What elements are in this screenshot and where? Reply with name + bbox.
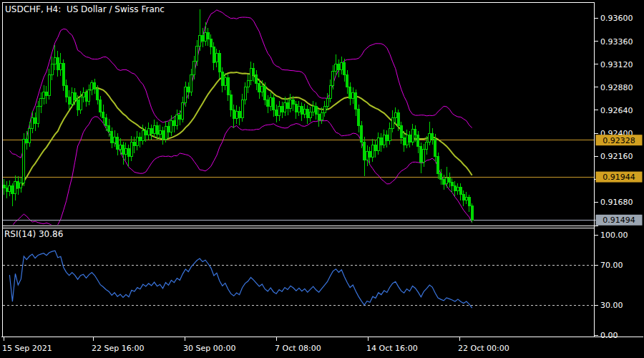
candle xyxy=(218,54,220,72)
candle xyxy=(284,102,286,112)
candle xyxy=(88,90,90,102)
candle xyxy=(471,206,473,221)
candle xyxy=(202,36,204,42)
candle xyxy=(91,82,93,90)
candle xyxy=(332,71,334,85)
candle xyxy=(147,128,150,135)
candle xyxy=(179,115,181,119)
candle xyxy=(213,47,215,62)
candle xyxy=(14,181,16,193)
candle xyxy=(364,142,366,160)
candle xyxy=(71,93,73,105)
hline-price-badge[interactable]: 0.91944 xyxy=(596,172,643,183)
candle xyxy=(383,135,385,145)
candle xyxy=(133,142,135,145)
current-price-badge-text: 0.91494 xyxy=(602,216,635,225)
candle xyxy=(34,118,36,124)
candle xyxy=(68,97,70,105)
candle xyxy=(465,198,467,200)
candle xyxy=(6,188,8,191)
candle xyxy=(3,185,5,188)
price-axis-label: 0.92880 xyxy=(600,83,633,92)
candle xyxy=(221,72,223,85)
candle xyxy=(199,36,201,47)
candle xyxy=(182,102,184,119)
candle xyxy=(426,142,428,150)
price-axis-label: 0.92160 xyxy=(600,152,633,161)
trading-chart-window: 0.936000.933600.931200.928800.926400.924… xyxy=(0,0,644,358)
hline-price-badge[interactable]: 0.92328 xyxy=(596,135,643,145)
candle xyxy=(420,147,422,162)
candle xyxy=(462,195,464,200)
chart-symbol-title: USDCHF, H4: US Dollar / Swiss Franc xyxy=(5,4,165,14)
price-axis-label: 0.93600 xyxy=(600,14,633,23)
candle xyxy=(374,145,376,150)
candle xyxy=(397,113,399,125)
candle xyxy=(105,118,107,126)
candle xyxy=(122,145,125,154)
candle xyxy=(312,107,314,112)
candle xyxy=(454,186,456,191)
candle xyxy=(130,142,132,156)
candle xyxy=(459,187,462,195)
candle xyxy=(190,74,192,92)
candle xyxy=(386,135,388,141)
candle xyxy=(341,62,343,70)
rsi-axis-label: 100.00 xyxy=(600,231,628,240)
candle xyxy=(338,64,340,70)
candle xyxy=(295,105,297,112)
candle xyxy=(82,93,84,97)
candle xyxy=(361,125,363,142)
candle xyxy=(233,110,235,119)
candle xyxy=(17,181,19,188)
candle xyxy=(65,85,67,97)
candle xyxy=(227,77,229,95)
candle xyxy=(37,107,39,124)
candle xyxy=(29,128,31,142)
candle xyxy=(79,97,82,110)
candle xyxy=(247,80,249,87)
candle xyxy=(261,86,263,92)
candle xyxy=(205,33,207,42)
time-axis-label: 7 Oct 08:00 xyxy=(275,344,321,353)
candle xyxy=(85,93,87,102)
candle xyxy=(11,186,14,194)
chart-canvas[interactable]: 0.936000.933600.931200.928800.926400.924… xyxy=(0,0,644,358)
candle xyxy=(26,139,28,142)
candle xyxy=(114,137,116,142)
candle xyxy=(349,87,351,99)
candle xyxy=(57,57,59,69)
candle xyxy=(59,63,62,69)
candle xyxy=(159,130,161,134)
price-axis-label: 0.91680 xyxy=(600,198,633,207)
candle xyxy=(371,145,374,157)
candle xyxy=(235,111,238,119)
candle xyxy=(165,127,167,139)
candle xyxy=(255,74,258,83)
candle xyxy=(208,33,210,39)
chart-background xyxy=(0,0,644,358)
rsi-axis-label: 70.00 xyxy=(600,261,623,270)
time-axis-label: 22 Sep 16:00 xyxy=(92,344,144,353)
candle xyxy=(358,110,360,126)
candle xyxy=(196,46,198,61)
candle xyxy=(400,125,402,137)
candle xyxy=(176,115,178,126)
candle xyxy=(431,133,434,139)
current-price-badge: 0.91494 xyxy=(596,215,643,226)
candle xyxy=(241,100,243,117)
candle xyxy=(62,63,64,85)
candle xyxy=(23,139,25,183)
candle xyxy=(406,135,408,145)
candle xyxy=(440,173,442,179)
candle xyxy=(77,100,79,110)
candle xyxy=(46,92,48,96)
candle xyxy=(417,135,419,147)
candle xyxy=(94,82,96,89)
candle xyxy=(275,110,278,116)
candle xyxy=(31,118,34,129)
candle xyxy=(258,83,260,92)
price-axis-label: 0.93360 xyxy=(600,37,633,47)
candle xyxy=(230,95,232,110)
candle xyxy=(394,113,396,118)
